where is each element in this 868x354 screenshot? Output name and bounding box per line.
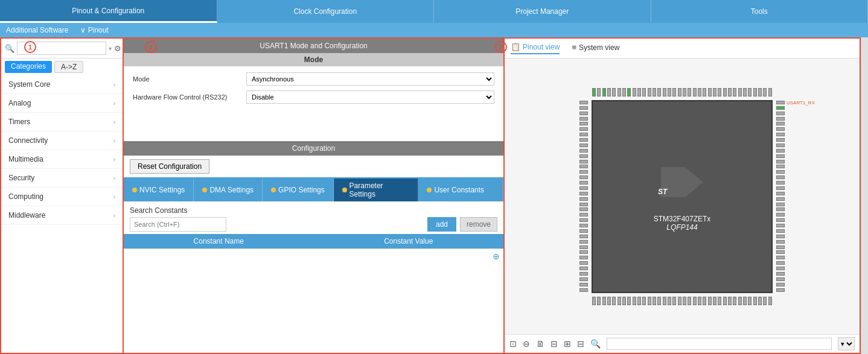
config-tab-gpio[interactable]: GPIO Settings bbox=[263, 179, 334, 201]
right-tab-pinout[interactable]: 📋 Pinout view bbox=[511, 42, 560, 54]
config-tab-param[interactable]: Parameter Settings bbox=[334, 179, 419, 201]
sidebar-item-analog[interactable]: Analog › bbox=[1, 94, 123, 113]
mode-label-flow: Hardware Flow Control (RS232) bbox=[133, 93, 241, 101]
expand-icon[interactable]: ⊡ bbox=[509, 339, 517, 349]
config-section-header: Configuration bbox=[124, 141, 503, 156]
pin bbox=[579, 165, 588, 168]
pin bbox=[607, 297, 611, 305]
pin bbox=[728, 88, 732, 96]
sidebar-item-system-core[interactable]: System Core › bbox=[1, 75, 123, 94]
pin bbox=[579, 154, 588, 158]
pin bbox=[648, 297, 651, 305]
pin bbox=[776, 160, 785, 163]
sidebar-item-middleware[interactable]: Middleware › bbox=[1, 206, 123, 225]
pin bbox=[579, 272, 588, 276]
mode-select-flow[interactable]: Disable bbox=[246, 90, 494, 104]
constants-table-header: Constant Name Constant Value bbox=[124, 234, 503, 248]
pin bbox=[579, 122, 588, 125]
reset-config-button[interactable]: Reset Configuration bbox=[130, 159, 209, 174]
add-constant-button[interactable]: add bbox=[427, 217, 456, 232]
pin bbox=[633, 88, 636, 96]
pin bbox=[776, 192, 785, 195]
tab-clock[interactable]: Clock Configuration bbox=[217, 0, 435, 23]
search-chip-icon[interactable]: 🔍 bbox=[590, 339, 601, 349]
pin bbox=[776, 283, 785, 286]
pin bbox=[776, 154, 785, 158]
layers-icon[interactable]: ⊟ bbox=[550, 339, 558, 349]
chevron-down-icon: ▾ bbox=[109, 45, 112, 52]
sidebar-item-connectivity[interactable]: Connectivity › bbox=[1, 131, 123, 150]
search-constants-input[interactable] bbox=[130, 217, 226, 232]
pin bbox=[579, 175, 588, 179]
tab-pinout[interactable]: Pinout & Configuration bbox=[0, 0, 217, 23]
pin bbox=[612, 297, 616, 305]
chevron-right-icon: › bbox=[113, 81, 115, 88]
config-tab-nvic[interactable]: NVIC Settings bbox=[124, 179, 194, 201]
pin bbox=[776, 261, 785, 265]
sidebar-item-computing[interactable]: Computing › bbox=[1, 188, 123, 206]
sidebar-item-timers[interactable]: Timers › bbox=[1, 113, 123, 131]
pin bbox=[758, 88, 762, 96]
grid-icon[interactable]: ⊟ bbox=[577, 339, 584, 349]
dot-dma bbox=[202, 188, 207, 192]
pin bbox=[592, 88, 596, 96]
pin bbox=[776, 235, 785, 238]
pin bbox=[683, 297, 686, 305]
pin bbox=[776, 181, 785, 185]
pin bbox=[776, 272, 785, 276]
fit-page-icon[interactable]: 🗎 bbox=[536, 339, 544, 349]
chevron-right-icon: › bbox=[113, 119, 115, 125]
pins-right: USART1_RX bbox=[776, 100, 785, 293]
config-buttons-row: Reset Configuration bbox=[124, 156, 503, 179]
mode-select-mode[interactable]: Asynchronous bbox=[246, 72, 494, 86]
split-icon[interactable]: ⊞ bbox=[564, 339, 571, 349]
pin bbox=[642, 88, 646, 96]
sub-nav-item-software[interactable]: Additional Software bbox=[6, 26, 68, 34]
tab-tools[interactable]: Tools bbox=[651, 0, 869, 23]
config-tab-dma[interactable]: DMA Settings bbox=[194, 179, 263, 201]
pin bbox=[703, 88, 706, 96]
constant-value-col: Constant Value bbox=[314, 234, 504, 248]
pin bbox=[776, 175, 785, 179]
ic-logo: ST bbox=[655, 161, 709, 210]
pin bbox=[653, 88, 656, 96]
sidebar-item-security[interactable]: Security › bbox=[1, 169, 123, 188]
pin bbox=[713, 297, 716, 305]
tab-project[interactable]: Project Manager bbox=[434, 0, 651, 23]
right-tab-system[interactable]: ≡ System view bbox=[572, 43, 619, 54]
pin bbox=[776, 112, 785, 115]
pin bbox=[663, 297, 666, 305]
pin bbox=[622, 297, 626, 305]
pin bbox=[703, 297, 706, 305]
pin bbox=[579, 144, 588, 147]
pin bbox=[579, 133, 588, 136]
pin bbox=[678, 297, 681, 305]
pin bbox=[776, 133, 785, 136]
view-select[interactable]: ▾ bbox=[838, 337, 855, 350]
gear-icon[interactable]: ⚙ bbox=[114, 44, 121, 53]
sidebar-tab-az[interactable]: A->Z bbox=[54, 61, 83, 73]
sub-nav-item-pinout[interactable]: ∨ Pinout bbox=[80, 26, 108, 34]
search-constants-section: Search Constants add remove bbox=[124, 201, 503, 234]
pin-label-usart1rx: USART1_RX bbox=[787, 100, 815, 106]
chip-search-input[interactable] bbox=[607, 338, 832, 350]
sidebar-items: System Core › Analog › Timers › Connecti… bbox=[1, 75, 123, 353]
chevron-right-icon: › bbox=[113, 175, 115, 182]
zoom-out-icon[interactable]: ⊖ bbox=[523, 339, 530, 349]
zoom-in-icon[interactable]: ⊕ bbox=[493, 251, 500, 261]
pin bbox=[768, 297, 772, 305]
scrollbar-right[interactable] bbox=[861, 37, 868, 354]
pin bbox=[579, 197, 588, 201]
config-tab-user[interactable]: User Constants bbox=[418, 179, 503, 201]
search-constants-label: Search Constants bbox=[130, 206, 497, 215]
sidebar-item-multimedia[interactable]: Multimedia › bbox=[1, 150, 123, 169]
pin bbox=[579, 207, 588, 211]
pin bbox=[698, 88, 701, 96]
pin bbox=[743, 88, 747, 96]
dot-nvic bbox=[132, 188, 137, 192]
pin bbox=[776, 245, 785, 249]
remove-constant-button[interactable]: remove bbox=[460, 217, 497, 232]
sidebar-tab-categories[interactable]: Categories bbox=[5, 61, 52, 73]
top-nav: Pinout & Configuration Clock Configurati… bbox=[0, 0, 868, 23]
mode-fields: Mode Asynchronous Hardware Flow Control … bbox=[124, 66, 503, 139]
